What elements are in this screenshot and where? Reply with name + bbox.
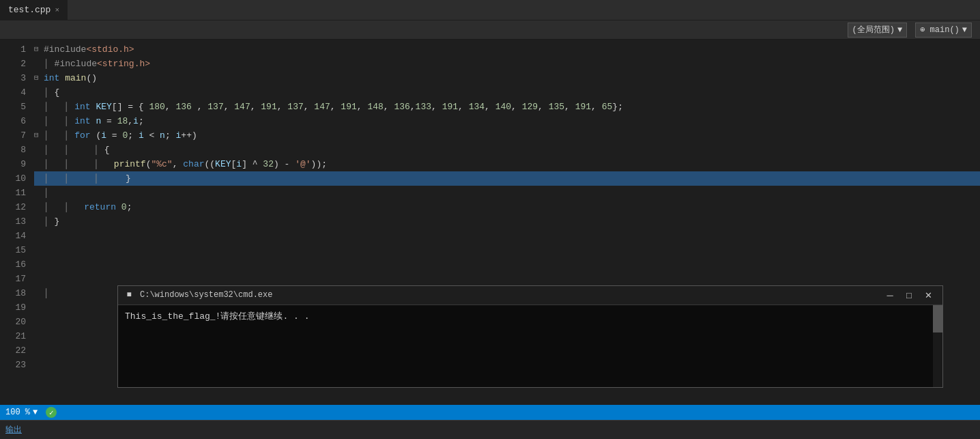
- chevron-down-icon2: ▼: [962, 25, 967, 35]
- fold-marker-5: [34, 100, 44, 114]
- cmd-minimize-button[interactable]: ─: [881, 289, 899, 302]
- cmd-scrollbar[interactable]: [933, 305, 942, 387]
- fold-marker-10: [34, 171, 44, 186]
- code-line-7: ⊟ │ │ for ( i = 0 ; i < n ; i ++): [34, 128, 980, 143]
- scope-dropdown[interactable]: (全局范围) ▼: [848, 23, 908, 38]
- fold-marker-13: [34, 214, 44, 229]
- line-num: 15: [5, 243, 26, 257]
- code-line-10: │ │ │ }: [34, 171, 980, 186]
- line-num: 12: [5, 200, 26, 214]
- cmd-window: ■ C:\windows\system32\cmd.exe ─ □ ✕ This…: [117, 285, 943, 388]
- cmd-content: This_is_the_flag_!请按任意键继续. . .: [118, 305, 942, 387]
- line-num: 3: [5, 71, 26, 85]
- line-num: 23: [5, 358, 26, 372]
- code-line-4: │ {: [34, 85, 980, 100]
- fold-marker-3[interactable]: ⊟: [34, 71, 44, 85]
- check-status: ✓: [46, 407, 57, 418]
- toolbar-right: (全局范围) ▼ ⊕ main() ▼: [845, 23, 980, 38]
- code-line-16: [34, 257, 980, 272]
- line-numbers: 1 2 3 4 5 6 7 8 9 10 11 12 13 14 15 16 1…: [0, 40, 34, 405]
- editor-container: 1 2 3 4 5 6 7 8 9 10 11 12 13 14 15 16 1…: [0, 40, 980, 405]
- fold-marker-18: [34, 286, 44, 300]
- line-num: 11: [5, 186, 26, 200]
- line-num: 6: [5, 114, 26, 128]
- code-line-11: │: [34, 186, 980, 200]
- code-line-8: │ │ │ {: [34, 143, 980, 157]
- code-line-2: │ #include<string.h>: [34, 57, 980, 71]
- status-bar: 100 % ▼ ✓: [0, 405, 980, 420]
- cmd-close-button[interactable]: ✕: [919, 289, 937, 302]
- fold-marker-4: [34, 85, 44, 100]
- toolbar: (全局范围) ▼ ⊕ main() ▼: [0, 20, 980, 40]
- function-label: ⊕ main(): [920, 25, 960, 35]
- cmd-icon: ■: [124, 290, 134, 301]
- cmd-scrollbar-thumb[interactable]: [933, 305, 942, 332]
- fold-marker-11: [34, 186, 44, 200]
- output-tab[interactable]: 输出: [5, 424, 22, 436]
- code-line-3: ⊟ int main(): [34, 71, 980, 85]
- fold-marker-7[interactable]: ⊟: [34, 128, 44, 143]
- code-line-1: ⊟ #include<stdio.h>: [34, 42, 980, 57]
- code-line-17: [34, 272, 980, 286]
- line-num: 19: [5, 300, 26, 315]
- line-num: 13: [5, 214, 26, 229]
- chevron-down-icon: ▼: [897, 25, 902, 35]
- fold-marker-6: [34, 114, 44, 128]
- line-num: 2: [5, 57, 26, 71]
- tab-label: test.cpp: [8, 5, 51, 15]
- line-num: 1: [5, 42, 26, 57]
- cmd-restore-button[interactable]: □: [900, 289, 918, 302]
- zoom-dropdown-icon: ▼: [33, 408, 38, 417]
- line-num: 7: [5, 128, 26, 143]
- code-line-5: │ │ int KEY [] = { 180 , 136 , 137 , 147…: [34, 100, 980, 114]
- function-dropdown[interactable]: ⊕ main() ▼: [915, 23, 972, 38]
- line-num: 4: [5, 85, 26, 100]
- zoom-label: 100 %: [5, 408, 30, 417]
- fold-marker-8: [34, 143, 44, 157]
- zoom-status[interactable]: 100 % ▼: [5, 408, 38, 417]
- cmd-output-text: This_is_the_flag_!请按任意键继续. . .: [125, 311, 309, 322]
- line-num: 20: [5, 315, 26, 329]
- output-bar: 输出: [0, 420, 980, 439]
- tab-test-cpp[interactable]: test.cpp ×: [0, 0, 68, 20]
- fold-marker-2: [34, 57, 44, 71]
- line-num: 14: [5, 229, 26, 243]
- code-line-12: │ │ return 0 ;: [34, 200, 980, 214]
- code-area[interactable]: ⊟ #include<stdio.h> │ #include<string.h>…: [34, 40, 980, 405]
- tab-close-button[interactable]: ×: [55, 6, 59, 14]
- scope-label: (全局范围): [852, 24, 895, 36]
- fold-marker-12: [34, 200, 44, 214]
- line-num: 5: [5, 100, 26, 114]
- line-num: 8: [5, 143, 26, 157]
- line-num: 9: [5, 157, 26, 171]
- line-num: 22: [5, 343, 26, 358]
- code-line-6: │ │ int n = 18 , i ;: [34, 114, 980, 128]
- fold-marker-1[interactable]: ⊟: [34, 42, 44, 57]
- code-line-9: │ │ │ printf ( "%c" , char (( KEY [ i ] …: [34, 157, 980, 171]
- line-num: 17: [5, 272, 26, 286]
- line-num: 10: [5, 171, 26, 186]
- line-num: 21: [5, 329, 26, 343]
- cmd-controls: ─ □ ✕: [881, 289, 937, 302]
- line-num: 18: [5, 286, 26, 300]
- line-num: 16: [5, 257, 26, 272]
- tab-bar: test.cpp ×: [0, 0, 980, 20]
- fold-marker-9: [34, 157, 44, 171]
- cmd-titlebar: ■ C:\windows\system32\cmd.exe ─ □ ✕: [118, 286, 942, 305]
- cmd-title-text: C:\windows\system32\cmd.exe: [140, 288, 876, 302]
- code-line-14: [34, 229, 980, 243]
- code-line-13: │ }: [34, 214, 980, 229]
- code-line-15: [34, 243, 980, 257]
- check-icon: ✓: [46, 407, 57, 418]
